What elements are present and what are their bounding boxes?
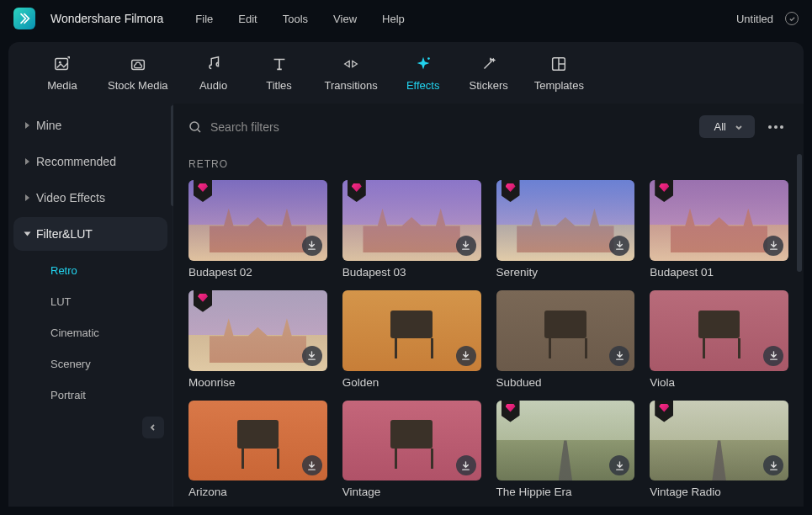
effect-label: Budapest 02: [188, 266, 327, 279]
effect-label: Budapest 01: [650, 266, 788, 279]
effect-label: Subdued: [496, 376, 635, 389]
menu-file[interactable]: File: [195, 13, 213, 25]
sidebar-sub-retro[interactable]: Retro: [42, 256, 167, 285]
effect-label: Viola: [650, 376, 788, 389]
titlebar: Wondershare Filmora FileEditToolsViewHel…: [0, 0, 812, 37]
effect-card-the-hippie-era[interactable]: The Hippie Era: [496, 401, 635, 499]
section-title: RETRO: [188, 158, 788, 170]
effects-grid: Budapest 02Budapest 03SerenityBudapest 0…: [188, 180, 788, 498]
layout-icon: [549, 54, 569, 74]
sidebar-sub-cinematic[interactable]: Cinematic: [42, 318, 167, 348]
effect-card-viola[interactable]: Viola: [650, 290, 788, 389]
tab-transitions[interactable]: Transitions: [316, 50, 386, 95]
effect-card-arizona[interactable]: Arizona: [188, 401, 327, 499]
effect-card-budapest-03[interactable]: Budapest 03: [342, 180, 481, 279]
effect-label: Arizona: [188, 486, 327, 498]
effect-card-budapest-02[interactable]: Budapest 02: [188, 180, 327, 279]
effect-label: Vintage: [342, 486, 481, 498]
tab-titles[interactable]: Titles: [251, 50, 308, 95]
document-title: Untitled: [736, 13, 773, 25]
content-scrollbar[interactable]: [797, 154, 802, 272]
download-button[interactable]: [456, 236, 476, 256]
menu-help[interactable]: Help: [382, 13, 405, 25]
chevron-right-icon: [25, 158, 29, 165]
effect-label: Budapest 03: [342, 266, 481, 279]
effect-card-serenity[interactable]: Serenity: [496, 180, 635, 279]
sparkle-icon: [413, 54, 433, 74]
sidebar-sub-portrait[interactable]: Portrait: [42, 380, 167, 410]
sidebar-collapse-button[interactable]: [142, 417, 164, 438]
sidebar-cat-filter-lut[interactable]: Filter&LUT: [13, 217, 167, 251]
effect-label: Moonrise: [188, 376, 327, 389]
menu-view[interactable]: View: [333, 13, 357, 25]
tab-stickers[interactable]: Stickers: [460, 50, 517, 95]
menu-tools[interactable]: Tools: [283, 13, 308, 25]
svg-point-7: [190, 122, 199, 130]
sidebar: MineRecommendedVideo EffectsFilter&LUTRe…: [8, 104, 173, 507]
effect-card-subdued[interactable]: Subdued: [496, 290, 635, 389]
status-check-icon[interactable]: [785, 12, 799, 25]
search-icon: [188, 120, 202, 134]
effect-card-moonrise[interactable]: Moonrise: [188, 290, 327, 389]
svg-point-3: [427, 57, 430, 60]
effect-card-golden[interactable]: Golden: [342, 290, 481, 389]
effect-label: Vintage Radio: [650, 486, 788, 498]
main-tabbar: MediaStock MediaAudioTitlesTransitionsEf…: [8, 42, 804, 104]
sidebar-sub-scenery[interactable]: Scenery: [42, 349, 167, 379]
tab-audio[interactable]: Audio: [185, 50, 242, 95]
app-logo: [13, 8, 35, 29]
cloud-image-icon: [128, 54, 148, 74]
filter-dropdown[interactable]: All: [699, 115, 755, 138]
download-button[interactable]: [302, 236, 322, 256]
app-title: Wondershare Filmora: [50, 12, 163, 25]
svg-line-8: [198, 130, 200, 132]
more-options-button[interactable]: [763, 120, 788, 134]
chevron-right-icon: [25, 194, 29, 201]
text-icon: [269, 54, 289, 74]
image-icon: [52, 54, 72, 74]
wand-icon: [479, 54, 499, 74]
music-icon: [204, 54, 224, 74]
content-panel: All RETRO Budapest 02Budapest 03Serenity…: [173, 104, 804, 507]
search-input[interactable]: [210, 120, 691, 134]
download-button[interactable]: [609, 236, 629, 256]
tab-stock-media[interactable]: Stock Media: [99, 50, 177, 95]
menu-edit[interactable]: Edit: [238, 13, 257, 25]
effect-label: Serenity: [496, 266, 635, 279]
sidebar-cat-video-effects[interactable]: Video Effects: [13, 181, 167, 215]
menubar: FileEditToolsViewHelp: [195, 13, 404, 25]
download-button[interactable]: [763, 346, 783, 366]
tab-templates[interactable]: Templates: [526, 50, 592, 95]
effect-card-vintage[interactable]: Vintage: [342, 401, 481, 499]
download-button[interactable]: [763, 236, 783, 256]
tab-effects[interactable]: Effects: [395, 50, 452, 95]
effect-card-budapest-01[interactable]: Budapest 01: [650, 180, 788, 279]
download-button[interactable]: [302, 346, 322, 366]
effect-label: Golden: [342, 376, 481, 389]
download-button[interactable]: [456, 455, 476, 475]
sidebar-sub-lut[interactable]: LUT: [42, 287, 167, 316]
sidebar-cat-recommended[interactable]: Recommended: [13, 145, 167, 178]
tab-media[interactable]: Media: [34, 50, 91, 95]
effect-label: The Hippie Era: [496, 486, 635, 498]
transition-icon: [341, 54, 361, 74]
filter-dropdown-label: All: [714, 120, 726, 133]
download-button[interactable]: [302, 455, 322, 475]
chevron-down-icon: [24, 232, 31, 236]
download-button[interactable]: [609, 346, 629, 366]
chevron-right-icon: [25, 122, 29, 129]
effect-card-vintage-radio[interactable]: Vintage Radio: [650, 401, 788, 499]
download-button[interactable]: [456, 346, 476, 366]
sidebar-cat-mine[interactable]: Mine: [13, 109, 167, 142]
